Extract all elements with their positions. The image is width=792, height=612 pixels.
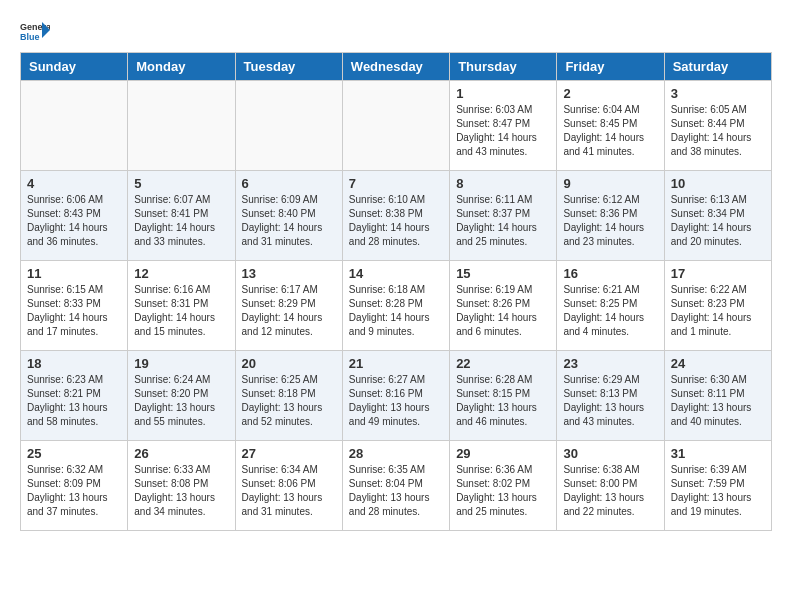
week-row-2: 4Sunrise: 6:06 AM Sunset: 8:43 PM Daylig…: [21, 171, 772, 261]
calendar-cell-23: 23Sunrise: 6:29 AM Sunset: 8:13 PM Dayli…: [557, 351, 664, 441]
calendar-cell-11: 11Sunrise: 6:15 AM Sunset: 8:33 PM Dayli…: [21, 261, 128, 351]
calendar-cell-14: 14Sunrise: 6:18 AM Sunset: 8:28 PM Dayli…: [342, 261, 449, 351]
day-header-tuesday: Tuesday: [235, 53, 342, 81]
cell-info: Sunrise: 6:28 AM Sunset: 8:15 PM Dayligh…: [456, 373, 550, 429]
cell-info: Sunrise: 6:21 AM Sunset: 8:25 PM Dayligh…: [563, 283, 657, 339]
cell-info: Sunrise: 6:34 AM Sunset: 8:06 PM Dayligh…: [242, 463, 336, 519]
calendar-cell-28: 28Sunrise: 6:35 AM Sunset: 8:04 PM Dayli…: [342, 441, 449, 531]
cell-date: 10: [671, 176, 765, 191]
cell-date: 1: [456, 86, 550, 101]
cell-info: Sunrise: 6:11 AM Sunset: 8:37 PM Dayligh…: [456, 193, 550, 249]
cell-date: 12: [134, 266, 228, 281]
cell-info: Sunrise: 6:25 AM Sunset: 8:18 PM Dayligh…: [242, 373, 336, 429]
cell-date: 11: [27, 266, 121, 281]
cell-info: Sunrise: 6:22 AM Sunset: 8:23 PM Dayligh…: [671, 283, 765, 339]
cell-date: 9: [563, 176, 657, 191]
empty-cell: [21, 81, 128, 171]
empty-cell: [235, 81, 342, 171]
cell-date: 3: [671, 86, 765, 101]
calendar-cell-30: 30Sunrise: 6:38 AM Sunset: 8:00 PM Dayli…: [557, 441, 664, 531]
cell-info: Sunrise: 6:04 AM Sunset: 8:45 PM Dayligh…: [563, 103, 657, 159]
calendar-cell-5: 5Sunrise: 6:07 AM Sunset: 8:41 PM Daylig…: [128, 171, 235, 261]
week-row-5: 25Sunrise: 6:32 AM Sunset: 8:09 PM Dayli…: [21, 441, 772, 531]
cell-date: 22: [456, 356, 550, 371]
logo-icon: General Blue: [20, 20, 50, 42]
logo: General Blue: [20, 20, 54, 42]
day-header-friday: Friday: [557, 53, 664, 81]
calendar-cell-18: 18Sunrise: 6:23 AM Sunset: 8:21 PM Dayli…: [21, 351, 128, 441]
cell-info: Sunrise: 6:07 AM Sunset: 8:41 PM Dayligh…: [134, 193, 228, 249]
day-header-monday: Monday: [128, 53, 235, 81]
calendar-cell-31: 31Sunrise: 6:39 AM Sunset: 7:59 PM Dayli…: [664, 441, 771, 531]
cell-info: Sunrise: 6:23 AM Sunset: 8:21 PM Dayligh…: [27, 373, 121, 429]
calendar-cell-19: 19Sunrise: 6:24 AM Sunset: 8:20 PM Dayli…: [128, 351, 235, 441]
cell-date: 25: [27, 446, 121, 461]
cell-info: Sunrise: 6:39 AM Sunset: 7:59 PM Dayligh…: [671, 463, 765, 519]
cell-date: 13: [242, 266, 336, 281]
calendar-cell-9: 9Sunrise: 6:12 AM Sunset: 8:36 PM Daylig…: [557, 171, 664, 261]
cell-date: 28: [349, 446, 443, 461]
cell-date: 27: [242, 446, 336, 461]
week-row-3: 11Sunrise: 6:15 AM Sunset: 8:33 PM Dayli…: [21, 261, 772, 351]
cell-date: 6: [242, 176, 336, 191]
calendar-cell-1: 1Sunrise: 6:03 AM Sunset: 8:47 PM Daylig…: [450, 81, 557, 171]
svg-text:Blue: Blue: [20, 32, 40, 42]
cell-info: Sunrise: 6:29 AM Sunset: 8:13 PM Dayligh…: [563, 373, 657, 429]
calendar-cell-29: 29Sunrise: 6:36 AM Sunset: 8:02 PM Dayli…: [450, 441, 557, 531]
cell-info: Sunrise: 6:09 AM Sunset: 8:40 PM Dayligh…: [242, 193, 336, 249]
cell-info: Sunrise: 6:13 AM Sunset: 8:34 PM Dayligh…: [671, 193, 765, 249]
header-row: SundayMondayTuesdayWednesdayThursdayFrid…: [21, 53, 772, 81]
cell-date: 29: [456, 446, 550, 461]
calendar-cell-13: 13Sunrise: 6:17 AM Sunset: 8:29 PM Dayli…: [235, 261, 342, 351]
page-header: General Blue: [20, 20, 772, 42]
cell-info: Sunrise: 6:16 AM Sunset: 8:31 PM Dayligh…: [134, 283, 228, 339]
cell-info: Sunrise: 6:17 AM Sunset: 8:29 PM Dayligh…: [242, 283, 336, 339]
calendar-cell-27: 27Sunrise: 6:34 AM Sunset: 8:06 PM Dayli…: [235, 441, 342, 531]
cell-date: 30: [563, 446, 657, 461]
calendar-cell-25: 25Sunrise: 6:32 AM Sunset: 8:09 PM Dayli…: [21, 441, 128, 531]
cell-date: 21: [349, 356, 443, 371]
cell-info: Sunrise: 6:24 AM Sunset: 8:20 PM Dayligh…: [134, 373, 228, 429]
cell-info: Sunrise: 6:36 AM Sunset: 8:02 PM Dayligh…: [456, 463, 550, 519]
day-header-saturday: Saturday: [664, 53, 771, 81]
calendar-cell-3: 3Sunrise: 6:05 AM Sunset: 8:44 PM Daylig…: [664, 81, 771, 171]
week-row-1: 1Sunrise: 6:03 AM Sunset: 8:47 PM Daylig…: [21, 81, 772, 171]
day-header-sunday: Sunday: [21, 53, 128, 81]
cell-date: 31: [671, 446, 765, 461]
calendar-cell-7: 7Sunrise: 6:10 AM Sunset: 8:38 PM Daylig…: [342, 171, 449, 261]
day-header-thursday: Thursday: [450, 53, 557, 81]
cell-date: 15: [456, 266, 550, 281]
cell-info: Sunrise: 6:05 AM Sunset: 8:44 PM Dayligh…: [671, 103, 765, 159]
calendar-cell-20: 20Sunrise: 6:25 AM Sunset: 8:18 PM Dayli…: [235, 351, 342, 441]
cell-info: Sunrise: 6:30 AM Sunset: 8:11 PM Dayligh…: [671, 373, 765, 429]
calendar-cell-16: 16Sunrise: 6:21 AM Sunset: 8:25 PM Dayli…: [557, 261, 664, 351]
cell-info: Sunrise: 6:15 AM Sunset: 8:33 PM Dayligh…: [27, 283, 121, 339]
cell-info: Sunrise: 6:38 AM Sunset: 8:00 PM Dayligh…: [563, 463, 657, 519]
cell-info: Sunrise: 6:18 AM Sunset: 8:28 PM Dayligh…: [349, 283, 443, 339]
cell-date: 16: [563, 266, 657, 281]
day-header-wednesday: Wednesday: [342, 53, 449, 81]
calendar-cell-15: 15Sunrise: 6:19 AM Sunset: 8:26 PM Dayli…: [450, 261, 557, 351]
cell-date: 26: [134, 446, 228, 461]
calendar-cell-17: 17Sunrise: 6:22 AM Sunset: 8:23 PM Dayli…: [664, 261, 771, 351]
cell-date: 20: [242, 356, 336, 371]
calendar-cell-21: 21Sunrise: 6:27 AM Sunset: 8:16 PM Dayli…: [342, 351, 449, 441]
cell-date: 19: [134, 356, 228, 371]
cell-date: 8: [456, 176, 550, 191]
cell-info: Sunrise: 6:27 AM Sunset: 8:16 PM Dayligh…: [349, 373, 443, 429]
cell-date: 2: [563, 86, 657, 101]
cell-date: 14: [349, 266, 443, 281]
cell-info: Sunrise: 6:03 AM Sunset: 8:47 PM Dayligh…: [456, 103, 550, 159]
empty-cell: [342, 81, 449, 171]
empty-cell: [128, 81, 235, 171]
calendar-cell-2: 2Sunrise: 6:04 AM Sunset: 8:45 PM Daylig…: [557, 81, 664, 171]
cell-date: 5: [134, 176, 228, 191]
calendar-cell-10: 10Sunrise: 6:13 AM Sunset: 8:34 PM Dayli…: [664, 171, 771, 261]
calendar-cell-12: 12Sunrise: 6:16 AM Sunset: 8:31 PM Dayli…: [128, 261, 235, 351]
cell-info: Sunrise: 6:32 AM Sunset: 8:09 PM Dayligh…: [27, 463, 121, 519]
cell-info: Sunrise: 6:35 AM Sunset: 8:04 PM Dayligh…: [349, 463, 443, 519]
cell-info: Sunrise: 6:12 AM Sunset: 8:36 PM Dayligh…: [563, 193, 657, 249]
cell-date: 18: [27, 356, 121, 371]
cell-date: 7: [349, 176, 443, 191]
calendar-cell-22: 22Sunrise: 6:28 AM Sunset: 8:15 PM Dayli…: [450, 351, 557, 441]
